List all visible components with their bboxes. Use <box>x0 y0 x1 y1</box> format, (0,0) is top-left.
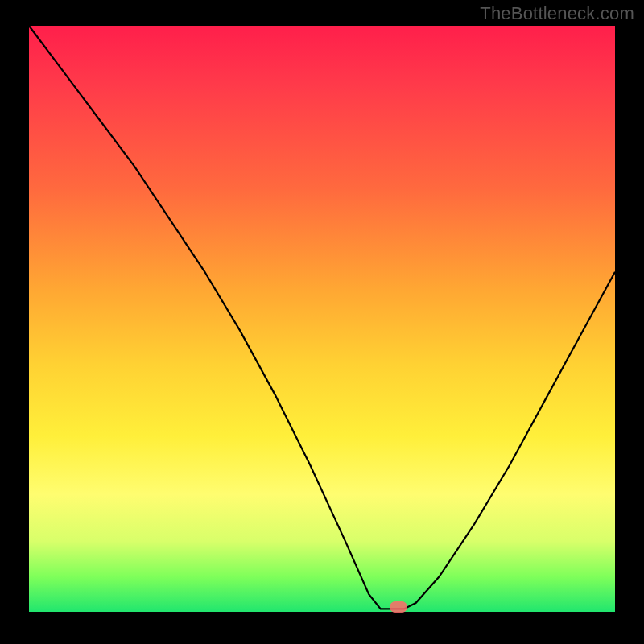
chart-frame: TheBottleneck.com <box>0 0 644 644</box>
watermark-text: TheBottleneck.com <box>480 3 634 24</box>
plot-area <box>29 26 615 612</box>
bottleneck-curve <box>29 26 615 612</box>
optimal-point-marker <box>390 601 407 613</box>
